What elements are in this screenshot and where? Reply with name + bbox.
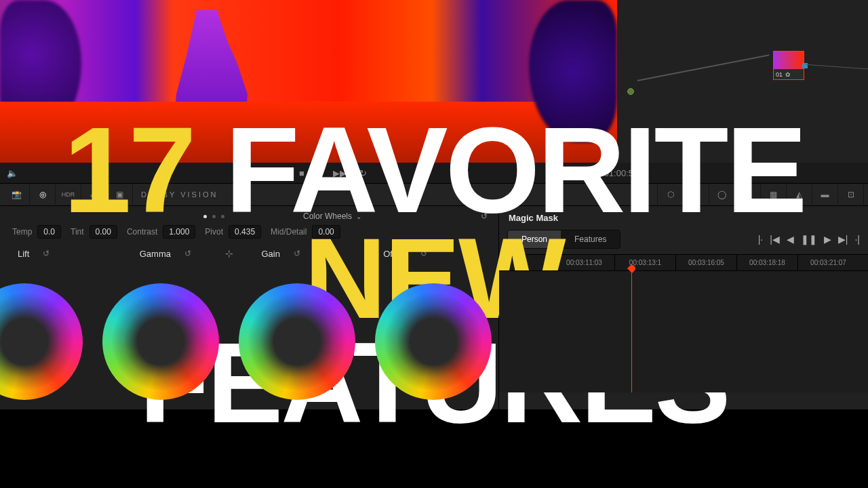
step-fwd-icon[interactable]: ▶ (824, 234, 831, 245)
tint-value[interactable]: 0.00 (90, 225, 117, 239)
node-action-icon[interactable]: ✿ (785, 71, 791, 78)
wheel-nub[interactable] (158, 339, 164, 345)
gamma-label: Gamma (140, 249, 171, 259)
mask-transport: |· |◀ ◀ ❚❚ ▶ ▶| ·| (758, 234, 860, 245)
magic-mask-icon[interactable]: ▦ (761, 184, 787, 205)
tc-mark: 00:03:11:03 (553, 255, 614, 270)
contrast-value[interactable]: 1.000 (163, 225, 195, 239)
tab-features[interactable]: Features (561, 230, 620, 248)
tc-mark: 00:03:16:05 (675, 255, 736, 270)
blur-icon[interactable]: ◭ (787, 184, 812, 205)
hdr-icon[interactable]: HDR (56, 184, 81, 205)
node-connection (637, 54, 770, 81)
playhead-line (631, 265, 632, 392)
contrast-adjust[interactable]: Contrast 1.000 (127, 225, 195, 239)
prev-frame-icon[interactable]: ◀ (281, 168, 288, 178)
tab-person[interactable]: Person (508, 230, 561, 248)
transport-bar: 🔈 |◀◀ ◀ ■ ▶ ▶▶| ↻ 01:00:5 (0, 163, 868, 183)
rgb-mixer-icon[interactable]: ⁂ (81, 184, 107, 205)
lift-label: Lift (18, 249, 29, 259)
first-frame-icon[interactable]: |◀◀ (255, 168, 271, 178)
pause-icon[interactable]: ❚❚ (801, 234, 817, 245)
key-icon[interactable]: ▬ (812, 184, 838, 205)
sizing-icon[interactable]: ⊡ (838, 184, 864, 205)
temp-label: Temp (12, 227, 32, 237)
wheel-nub[interactable] (22, 339, 28, 345)
loop-icon[interactable]: ↻ (359, 168, 367, 178)
viewer-content (0, 102, 617, 163)
reset-icon[interactable]: ↺ (420, 249, 427, 258)
tint-label: Tint (71, 227, 84, 237)
motion-effects-icon[interactable]: ▣ (107, 184, 133, 205)
reset-icon[interactable]: ↺ (294, 249, 300, 258)
node-thumbnail (774, 52, 804, 69)
wheel-nub[interactable] (430, 339, 436, 345)
window-icon[interactable]: ◯ (709, 184, 735, 205)
timecode[interactable]: 01:00:5 (604, 168, 633, 178)
temp-value[interactable]: 0.0 (37, 225, 61, 239)
step-back-icon[interactable]: ◀ (787, 234, 794, 245)
middetail-adjust[interactable]: Mid/Detail 0.00 (271, 225, 340, 239)
magic-mask-title: Magic Mask (499, 206, 868, 227)
mask-timeline-ruler[interactable]: 00:03:11:03 00:03:13:1 00:03:16:05 00:03… (499, 254, 868, 270)
color-warper-icon[interactable]: ⬡ (658, 184, 684, 205)
tc-mark: 00:03:21:07 (797, 255, 859, 270)
last-icon[interactable]: ·| (854, 234, 860, 245)
pivot-label: Pivot (205, 227, 223, 237)
middetail-value[interactable]: 0.00 (312, 225, 340, 239)
magic-mask-panel: Magic Mask Person Features |· |◀ ◀ ❚❚ ▶ … (498, 206, 868, 409)
node-input-icon[interactable] (627, 88, 634, 95)
color-toolbar: 📸 ◎ HDR ⁂ ▣ DOLBY VISION ∿ ⬡ ✎ ◯ ✛ ▦ ◭ ▬… (0, 183, 868, 206)
reset-icon[interactable]: ↺ (184, 249, 191, 258)
offset-label: Offset (383, 249, 406, 259)
temp-adjust[interactable]: Temp 0.0 (12, 225, 61, 239)
reset-icon[interactable]: ↺ (481, 211, 498, 221)
tracker-icon[interactable]: ✛ (735, 184, 761, 205)
first-icon[interactable]: |· (758, 234, 764, 245)
gain-label: Gain (262, 249, 280, 259)
mask-tabs[interactable]: Person Features (507, 230, 620, 249)
wheel-nub[interactable] (294, 339, 300, 345)
node-output-icon[interactable] (802, 63, 808, 68)
dolby-vision-label[interactable]: DOLBY VISION (133, 190, 226, 199)
play-icon[interactable]: ▶ (315, 168, 322, 178)
color-wheel-icon[interactable]: ◎ (30, 184, 56, 205)
viewer[interactable]: ➤ (0, 0, 617, 163)
next-clip-icon[interactable]: ▶| (838, 234, 848, 245)
node[interactable]: 01 ✿ (773, 51, 804, 80)
tc-mark: 00:03:18:18 (736, 255, 797, 270)
middetail-label: Mid/Detail (271, 227, 307, 237)
tc-mark: 00:03:13:1 (614, 255, 675, 270)
prev-clip-icon[interactable]: |◀ (770, 234, 780, 245)
color-wheels-panel: Color Wheels ⌄ ↺ Temp 0.0 Tint 0.00 Cont… (0, 206, 498, 409)
next-frame-icon[interactable]: ▶▶| (333, 168, 349, 178)
mask-timeline[interactable] (499, 270, 868, 392)
pivot-value[interactable]: 0.435 (229, 225, 261, 239)
contrast-label: Contrast (127, 227, 157, 237)
node-id: 01 (776, 71, 783, 78)
pick-icon[interactable]: ⊹ (225, 248, 233, 259)
camera-raw-icon[interactable]: 📸 (4, 184, 30, 205)
node-editor[interactable]: 01 ✿ (617, 0, 868, 163)
playhead-icon[interactable] (627, 264, 637, 273)
tint-adjust[interactable]: Tint 0.00 (71, 225, 117, 239)
stop-icon[interactable]: ■ (299, 168, 304, 178)
curves-icon[interactable]: ∿ (632, 184, 658, 205)
gamma-wheel[interactable] (102, 283, 219, 400)
volume-icon[interactable]: 🔈 (7, 168, 18, 178)
node-connection (806, 64, 868, 69)
offset-wheel[interactable] (375, 283, 492, 400)
panel-title[interactable]: Color Wheels (303, 211, 352, 221)
playhead[interactable] (628, 265, 635, 392)
pivot-adjust[interactable]: Pivot 0.435 (205, 225, 261, 239)
gain-wheel[interactable] (239, 283, 355, 400)
qualifier-icon[interactable]: ✎ (684, 184, 709, 205)
reset-icon[interactable]: ↺ (43, 249, 50, 258)
chevron-down-icon[interactable]: ⌄ (356, 213, 361, 220)
lift-wheel[interactable] (0, 283, 83, 400)
